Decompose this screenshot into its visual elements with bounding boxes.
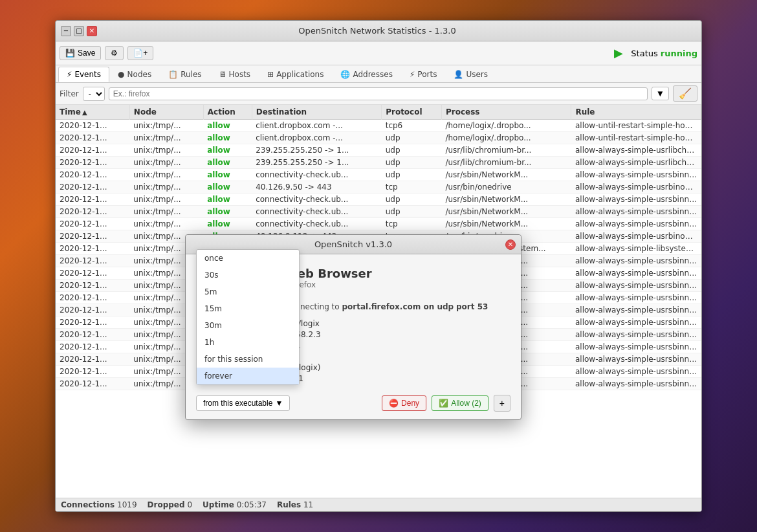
duration-option-forever[interactable]: forever	[197, 368, 299, 384]
cell-rule: allow-always-simple-libsystemdsys...	[571, 243, 701, 255]
cell-rule: allow-always-simple-usrsbinnetwo...	[571, 255, 701, 267]
table-row[interactable]: 2020-12-1... unix:/tmp/... allow connect…	[56, 206, 701, 218]
modal-footer: from this executable ▼ once 30s 5m 15m 3…	[196, 390, 510, 412]
cell-rule: allow-always-simple-usrsbinnetwo...	[571, 169, 701, 181]
duration-option-5m[interactable]: 5m	[197, 283, 299, 300]
add-button[interactable]: 📄+	[127, 46, 153, 60]
col-process[interactable]: Process	[441, 105, 571, 120]
uptime-stat: Uptime 0:05:37	[203, 500, 267, 509]
tab-nodes[interactable]: ● Nodes	[109, 67, 160, 82]
opensnitch-modal: OpenSnitch v1.3.0 ✕	[185, 234, 521, 420]
cell-time: 2020-12-1...	[56, 218, 129, 230]
duration-option-for-session[interactable]: for this session	[197, 351, 299, 368]
cell-rule: allow-always-simple-usrlibchromiu...	[571, 157, 701, 169]
cell-protocol: udp	[382, 157, 442, 169]
cell-time: 2020-12-1...	[56, 280, 129, 292]
minimize-button[interactable]: −	[61, 26, 71, 36]
cell-protocol: tcp	[382, 218, 442, 230]
cell-time: 2020-12-1...	[56, 132, 129, 144]
cell-rule: allow-always-simple-usrsbinnetwo...	[571, 218, 701, 230]
cell-destination: client.dropbox.com -...	[252, 120, 382, 132]
duration-option-15m[interactable]: 15m	[197, 300, 299, 317]
cell-action: allow	[203, 218, 252, 230]
cell-rule: allow-always-simple-usrsbinnetwo...	[571, 267, 701, 280]
filter-dropdown-button[interactable]: ▼	[652, 87, 669, 100]
cell-rule: allow-always-simple-usrsbinnetwo...	[571, 280, 701, 292]
tab-addresses[interactable]: 🌐 Addresses	[332, 67, 400, 82]
col-node[interactable]: Node	[129, 105, 203, 120]
deny-button[interactable]: ⛔ Deny	[382, 395, 426, 411]
cell-destination: 239.255.255.250 -> 1...	[252, 157, 382, 169]
close-button[interactable]: ✕	[87, 26, 97, 36]
table-row[interactable]: 2020-12-1... unix:/tmp/... allow connect…	[56, 169, 701, 181]
cell-destination: 40.126.9.50 -> 443	[252, 181, 382, 194]
cell-rule: allow-always-simple-usrsbinnetwo...	[571, 292, 701, 304]
col-time[interactable]: Time▲	[56, 105, 129, 120]
cell-rule: allow-until-restart-simple-homelo...	[571, 132, 701, 144]
tab-applications[interactable]: ⊞ Applications	[259, 67, 332, 82]
cell-destination: connectivity-check.ub...	[252, 169, 382, 181]
hosts-icon: 🖥	[219, 70, 226, 79]
modal-body: Firefox Web Browser /usr/lib/firefox/fir…	[186, 254, 521, 419]
cell-action: allow	[203, 169, 252, 181]
cell-destination: connectivity-check.ub...	[252, 218, 382, 230]
tab-rules[interactable]: 📋 Rules	[160, 67, 210, 82]
col-destination[interactable]: Destination	[252, 105, 382, 120]
cell-rule: allow-until-restart-simple-homelo...	[571, 120, 701, 132]
table-row[interactable]: 2020-12-1... unix:/tmp/... allow client.…	[56, 120, 701, 132]
settings-button[interactable]: ⚙	[105, 46, 124, 60]
tab-ports[interactable]: ⚡ Ports	[401, 67, 445, 82]
table-row[interactable]: 2020-12-1... unix:/tmp/... allow client.…	[56, 132, 701, 144]
tab-hosts[interactable]: 🖥 Hosts	[210, 67, 259, 82]
filter-bar: Filter - ▼ 🧹	[56, 83, 701, 105]
tab-users[interactable]: 👤 Users	[445, 67, 496, 82]
maximize-button[interactable]: □	[74, 26, 84, 36]
play-button[interactable]: ▶	[609, 44, 628, 62]
table-row[interactable]: 2020-12-1... unix:/tmp/... allow connect…	[56, 218, 701, 230]
duration-dropdown-button[interactable]: from this executable ▼	[196, 395, 290, 411]
deny-icon: ⛔	[389, 399, 399, 408]
cell-destination: connectivity-check.ub...	[252, 194, 382, 206]
statusbar: Connections 1019 Dropped 0 Uptime 0:05:3…	[56, 498, 701, 511]
add-icon: 📄+	[133, 49, 148, 58]
col-action[interactable]: Action	[203, 105, 252, 120]
cell-process: /home/logix/.dropbo...	[441, 132, 571, 144]
rules-icon: 📋	[168, 70, 178, 79]
cell-time: 2020-12-1...	[56, 243, 129, 255]
cell-protocol: udp	[382, 144, 442, 157]
filter-clear-button[interactable]: 🧹	[673, 85, 697, 102]
cell-time: 2020-12-1...	[56, 206, 129, 218]
table-row[interactable]: 2020-12-1... unix:/tmp/... allow connect…	[56, 194, 701, 206]
filter-option[interactable]: -	[83, 87, 105, 101]
cell-destination: connectivity-check.ub...	[252, 206, 382, 218]
col-rule[interactable]: Rule	[571, 105, 701, 120]
table-row[interactable]: 2020-12-1... unix:/tmp/... allow 239.255…	[56, 157, 701, 169]
save-button[interactable]: 💾 Save	[60, 46, 101, 60]
dropped-stat: Dropped 0	[148, 500, 193, 509]
duration-option-30m[interactable]: 30m	[197, 317, 299, 334]
plus-button[interactable]: +	[494, 395, 510, 412]
addresses-icon: 🌐	[340, 70, 350, 79]
cell-rule: allow-always-simple-usrsbinnetwo...	[571, 316, 701, 329]
cell-time: 2020-12-1...	[56, 292, 129, 304]
duration-option-30s[interactable]: 30s	[197, 267, 299, 283]
cell-process: /usr/sbin/NetworkM...	[441, 206, 571, 218]
filter-input[interactable]	[109, 87, 648, 100]
table-row[interactable]: 2020-12-1... unix:/tmp/... allow 239.255…	[56, 144, 701, 157]
cell-time: 2020-12-1...	[56, 230, 129, 243]
cell-time: 2020-12-1...	[56, 267, 129, 280]
cell-time: 2020-12-1...	[56, 181, 129, 194]
duration-option-1h[interactable]: 1h	[197, 334, 299, 351]
cell-node: unix:/tmp/...	[129, 169, 203, 181]
modal-close-button[interactable]: ✕	[505, 239, 516, 250]
events-icon: ⚡	[67, 70, 72, 79]
cell-time: 2020-12-1...	[56, 341, 129, 353]
save-icon: 💾	[65, 49, 75, 58]
allow-button[interactable]: ✅ Allow (2)	[432, 395, 488, 411]
table-row[interactable]: 2020-12-1... unix:/tmp/... allow 40.126.…	[56, 181, 701, 194]
col-protocol[interactable]: Protocol	[382, 105, 442, 120]
tab-events[interactable]: ⚡ Events	[58, 67, 109, 82]
allow-icon: ✅	[439, 399, 448, 408]
duration-option-once[interactable]: once	[197, 250, 299, 267]
cell-time: 2020-12-1...	[56, 304, 129, 316]
